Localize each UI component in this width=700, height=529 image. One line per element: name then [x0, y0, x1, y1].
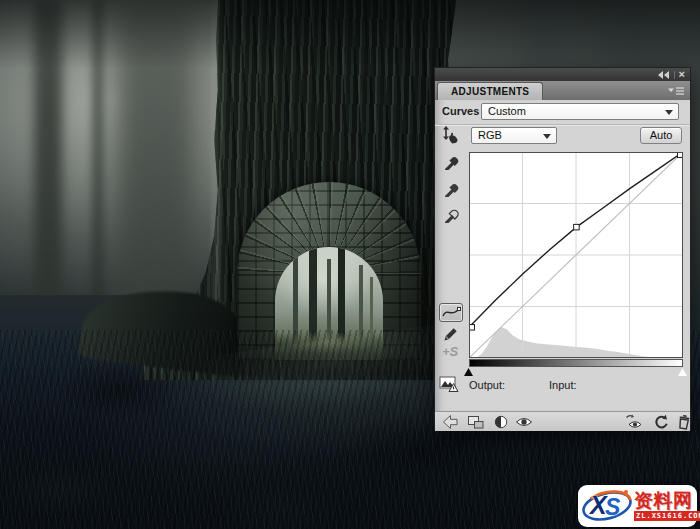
- smooth-curve-icon[interactable]: +S: [442, 344, 458, 359]
- watermark-site-url: ZL.XS1616.COM: [634, 511, 700, 521]
- view-previous-state-icon[interactable]: [625, 414, 644, 432]
- panel-toolbar: [435, 411, 690, 431]
- curve-point[interactable]: [574, 224, 580, 230]
- watermark-logo: X S: [581, 486, 633, 526]
- titlebar-divider: [674, 71, 675, 79]
- collapse-panels-icon[interactable]: [658, 69, 670, 81]
- input-gradient-ramp: [469, 359, 683, 367]
- preset-dropdown-value: Custom: [488, 105, 526, 117]
- preset-dropdown[interactable]: Custom: [481, 103, 679, 120]
- panel-body: Curves Custom RGB Auto: [435, 100, 690, 411]
- black-point-eyedropper-icon[interactable]: [443, 154, 460, 173]
- close-icon[interactable]: ×: [679, 70, 685, 79]
- targeted-adjustment-tool-icon[interactable]: [439, 125, 463, 149]
- separator: [435, 124, 690, 125]
- chevron-down-icon: [543, 134, 551, 139]
- expanded-view-icon[interactable]: [467, 414, 485, 432]
- delete-adjustment-icon[interactable]: [677, 414, 691, 432]
- output-label: Output:: [469, 379, 505, 391]
- black-input-slider[interactable]: [464, 368, 473, 376]
- input-label: Input:: [549, 379, 577, 391]
- channel-dropdown-value: RGB: [478, 129, 502, 141]
- channel-dropdown[interactable]: RGB: [471, 127, 557, 144]
- photoshop-canvas: × ADJUSTMENTS Curves Custom: [0, 0, 700, 529]
- panel-menu-icon[interactable]: [668, 86, 685, 98]
- tab-adjustments[interactable]: ADJUSTMENTS: [437, 82, 543, 100]
- reset-adjustment-icon[interactable]: [653, 414, 669, 432]
- gray-point-eyedropper-icon[interactable]: [443, 181, 460, 200]
- curves-grid[interactable]: [469, 152, 683, 358]
- edit-points-tool-icon[interactable]: [439, 303, 463, 322]
- return-to-adjustment-list-icon[interactable]: [441, 414, 459, 432]
- panel-tabbar: ADJUSTMENTS: [435, 81, 690, 100]
- draw-curve-tool-icon[interactable]: [443, 326, 459, 344]
- white-input-slider[interactable]: [678, 368, 687, 376]
- chevron-down-icon: [665, 110, 673, 115]
- clip-to-layer-icon[interactable]: [493, 414, 509, 432]
- watermark: X S 资料网 ZL.XS1616.COM: [578, 485, 697, 527]
- preset-label: Curves: [442, 105, 479, 117]
- watermark-site-name: 资料网: [634, 491, 693, 510]
- white-point-eyedropper-icon[interactable]: [443, 207, 460, 226]
- clipping-preview-icon[interactable]: [439, 376, 461, 395]
- toggle-visibility-icon[interactable]: [515, 414, 533, 432]
- curve-plot[interactable]: [469, 152, 683, 358]
- watermark-logo-s: S: [605, 494, 620, 521]
- adjustments-panel: × ADJUSTMENTS Curves Custom: [434, 67, 691, 430]
- auto-button[interactable]: Auto: [640, 127, 682, 144]
- panel-titlebar: ×: [435, 68, 690, 81]
